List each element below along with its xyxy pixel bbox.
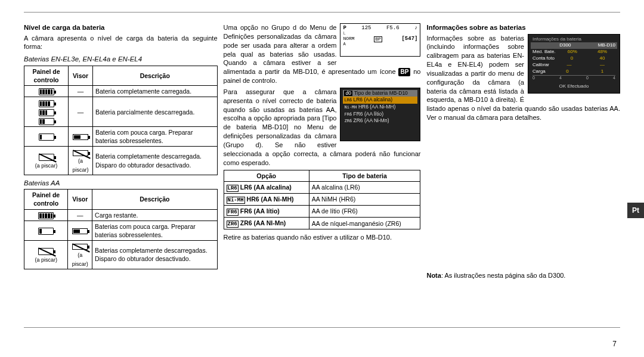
viewfinder-empty-blink-icon [73,150,88,156]
desc-cell: Bateria completamente descarregada. Disp… [92,147,217,175]
table-row: — Bateria parcialmente descarregada. [24,97,218,127]
column-3: Informações sobre as baterias Informaçõe… [426,23,620,321]
manual-page: Nível de carga da bateria A câmara apres… [24,12,620,328]
paragraph-remove: Retire as baterias quando não estiver a … [224,233,421,242]
battery-info-screen-illustration: Informações da bateria D300MB-D10 Med. B… [528,34,620,94]
table-row: — Carga restante. [24,209,218,221]
battery-empty-blink-icon [39,154,54,161]
viewfinder-low-icon [73,134,88,140]
battery-full-icon [38,212,54,219]
table-row: LR6LR6 (AA alcalina) AA alcalina (LR6) [224,181,420,193]
language-tab: Pt [627,203,644,218]
table-row: Baterias com pouca carga. Preparar bater… [24,221,218,240]
table-enel-batteries: Painel de controlo Visor Descrição — Bat… [24,66,218,175]
th-description: Descrição [92,66,217,85]
dash-cell: — [68,209,92,221]
column-2: P125F5.6♪ L NORMBP[547] A Uma opção no G… [224,23,421,321]
heading-battery-level: Nível de carga da bateria [24,23,218,33]
bp-icon: BP [398,68,410,76]
desc-cell: Carga restante. [92,209,217,221]
desc-cell: Bateria com pouca carga. Preparar bateri… [92,126,217,146]
table-battery-types: Opção Tipo de bateria LR6LR6 (AA alcalin… [224,170,421,230]
battery-1bar-icon [38,228,54,235]
column-1: Nível de carga da bateria A câmara apres… [24,23,218,321]
battery-empty-blink-icon [38,248,54,255]
th-control-panel: Painel de controlo [24,190,68,209]
table-row: ZR6ZR6 (AA NI-Mn) AA de níquel-manganési… [224,218,420,229]
desc-cell: Bateria completamente carregada. [92,86,217,97]
th-viewfinder: Visor [69,66,93,85]
dash-cell: — [69,97,93,127]
th-control-panel: Painel de controlo [24,66,69,85]
battery-full-icon [39,88,54,95]
blink-label: (a piscar) [72,252,88,266]
desc-cell: Baterias completamente descarregadas. Di… [92,241,217,269]
lcd-panel-illustration: P125F5.6♪ L NORMBP[547] A [340,23,420,57]
table-row: Ni-MHHR6 (AA Ni-MH) AA NiMH (HR6) [224,193,420,205]
intro-text: A câmara apresenta o nível de carga da b… [24,34,218,52]
th-option: Opção [224,170,309,181]
battery-2bar-icon [39,118,54,125]
th-battery-type: Tipo de bateria [309,170,420,181]
table-row: Bateria com pouca carga. Preparar bateri… [24,126,218,146]
table-row: — Bateria completamente carregada. [24,86,218,97]
viewfinder-empty-blink-icon [72,244,88,250]
desc-cell: Bateria parcialmente descarregada. [92,97,217,127]
note: Nota: As ilustrações nesta página são da… [426,271,620,280]
heading-battery-info: Informações sobre as baterias [426,23,620,33]
table-row: (a piscar) (a piscar) Baterias completam… [24,241,218,269]
subhead-aa: Baterias AA [24,179,218,188]
table-row: FR6FR6 (AA lítio) AA de lítio (FR6) [224,205,420,217]
menu-battery-type-illustration: d0Tipo de bateria MB-D10 LR6 LR6 (AA alc… [340,88,420,141]
blink-label: (a piscar) [35,163,58,169]
battery-3bar-icon [39,109,54,116]
desc-cell: Baterias com pouca carga. Preparar bater… [92,221,217,240]
battery-4bar-icon [39,100,54,107]
battery-1bar-icon [39,134,54,141]
th-description: Descrição [92,190,217,209]
subhead-enel: Baterias EN-EL3e, EN-EL4a e EN-EL4 [24,55,218,64]
page-number: 7 [612,339,617,349]
table-row: (a piscar) (a piscar) Bateria completame… [24,147,218,175]
viewfinder-low-icon [72,228,88,234]
th-viewfinder: Visor [68,190,92,209]
blink-label: (a piscar) [35,257,57,263]
dash-cell: — [69,86,93,97]
blink-label: (a piscar) [72,158,88,172]
table-aa-batteries: Painel de controlo Visor Descrição — Car… [24,189,218,269]
